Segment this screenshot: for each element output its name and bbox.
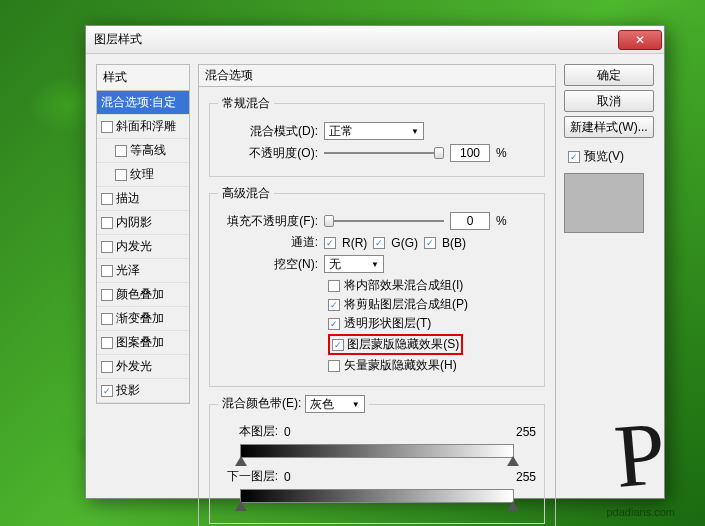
close-icon: ✕: [635, 33, 645, 47]
style-item-label: 外发光: [116, 358, 152, 375]
style-item-label: 内阴影: [116, 214, 152, 231]
highlighted-option: ✓ 图层蒙版隐藏效果(S): [328, 334, 463, 355]
style-item-3[interactable]: 纹理: [97, 163, 189, 187]
style-checkbox[interactable]: [101, 121, 113, 133]
style-checkbox[interactable]: [115, 145, 127, 157]
style-item-label: 等高线: [130, 142, 166, 159]
style-item-label: 纹理: [130, 166, 154, 183]
channel-r-checkbox[interactable]: ✓: [324, 237, 336, 249]
blend-clipped-checkbox[interactable]: ✓: [328, 299, 340, 311]
style-item-label: 颜色叠加: [116, 286, 164, 303]
blend-mode-select[interactable]: 正常 ▼: [324, 122, 424, 140]
new-style-button[interactable]: 新建样式(W)...: [564, 116, 654, 138]
style-item-label: 投影: [116, 382, 140, 399]
channels-label: 通道:: [218, 234, 318, 251]
preview-label: 预览(V): [584, 148, 624, 165]
general-blend-group: 常规混合 混合模式(D): 正常 ▼ 不透明度(O):: [209, 95, 545, 177]
style-item-label: 内发光: [116, 238, 152, 255]
style-item-6[interactable]: 内发光: [97, 235, 189, 259]
fill-opacity-input[interactable]: [450, 212, 490, 230]
watermark-text: pdadians.com: [607, 506, 676, 518]
dialog-title: 图层样式: [94, 31, 618, 48]
styles-header: 样式: [96, 64, 190, 90]
style-item-5[interactable]: 内阴影: [97, 211, 189, 235]
opacity-slider[interactable]: [324, 152, 444, 154]
titlebar[interactable]: 图层样式 ✕: [86, 26, 664, 54]
preview-checkbox[interactable]: ✓: [568, 151, 580, 163]
channel-b-checkbox[interactable]: ✓: [424, 237, 436, 249]
underlying-layer-slider[interactable]: [240, 489, 514, 503]
style-item-label: 渐变叠加: [116, 310, 164, 327]
style-item-8[interactable]: 颜色叠加: [97, 283, 189, 307]
style-item-label: 图案叠加: [116, 334, 164, 351]
close-button[interactable]: ✕: [618, 30, 662, 50]
this-layer-label: 本图层:: [218, 423, 278, 440]
style-checkbox[interactable]: ✓: [101, 385, 113, 397]
blendif-legend: 混合颜色带(E): 灰色 ▼: [218, 395, 369, 413]
style-checkbox[interactable]: [101, 361, 113, 373]
layer-style-dialog: 图层样式 ✕ 样式 混合选项:自定斜面和浮雕等高线纹理描边内阴影内发光光泽颜色叠…: [85, 25, 665, 499]
style-item-7[interactable]: 光泽: [97, 259, 189, 283]
style-checkbox[interactable]: [115, 169, 127, 181]
fill-opacity-slider[interactable]: [324, 220, 444, 222]
style-item-12[interactable]: ✓投影: [97, 379, 189, 403]
layer-mask-hides-checkbox[interactable]: ✓: [332, 339, 344, 351]
style-item-4[interactable]: 描边: [97, 187, 189, 211]
style-item-2[interactable]: 等高线: [97, 139, 189, 163]
advanced-legend: 高级混合: [218, 185, 274, 202]
style-checkbox[interactable]: [101, 289, 113, 301]
knockout-select[interactable]: 无 ▼: [324, 255, 384, 273]
blend-interior-checkbox[interactable]: [328, 280, 340, 292]
channel-g-checkbox[interactable]: ✓: [373, 237, 385, 249]
advanced-blend-group: 高级混合 填充不透明度(F): % 通道: ✓R(R) ✓G(G) ✓B(B): [209, 185, 545, 387]
style-item-0[interactable]: 混合选项:自定: [97, 91, 189, 115]
blend-if-group: 混合颜色带(E): 灰色 ▼ 本图层: 0 255: [209, 395, 545, 524]
style-checkbox[interactable]: [101, 337, 113, 349]
styles-list: 混合选项:自定斜面和浮雕等高线纹理描边内阴影内发光光泽颜色叠加渐变叠加图案叠加外…: [96, 90, 190, 404]
cancel-button[interactable]: 取消: [564, 90, 654, 112]
style-item-1[interactable]: 斜面和浮雕: [97, 115, 189, 139]
vector-mask-hides-checkbox[interactable]: [328, 360, 340, 372]
style-checkbox[interactable]: [101, 313, 113, 325]
preview-swatch: [564, 173, 644, 233]
style-checkbox[interactable]: [101, 217, 113, 229]
style-checkbox[interactable]: [101, 193, 113, 205]
ok-button[interactable]: 确定: [564, 64, 654, 86]
style-checkbox[interactable]: [101, 265, 113, 277]
style-item-label: 描边: [116, 190, 140, 207]
opacity-label: 不透明度(O):: [218, 145, 318, 162]
blend-options-header: 混合选项: [198, 64, 556, 86]
opacity-input[interactable]: [450, 144, 490, 162]
chevron-down-icon: ▼: [352, 400, 360, 409]
style-item-9[interactable]: 渐变叠加: [97, 307, 189, 331]
style-item-label: 光泽: [116, 262, 140, 279]
blend-mode-label: 混合模式(D):: [218, 123, 318, 140]
style-checkbox[interactable]: [101, 241, 113, 253]
fill-opacity-label: 填充不透明度(F):: [218, 213, 318, 230]
chevron-down-icon: ▼: [371, 260, 379, 269]
blendif-channel-select[interactable]: 灰色 ▼: [305, 395, 365, 413]
chevron-down-icon: ▼: [411, 127, 419, 136]
underlying-layer-label: 下一图层:: [218, 468, 278, 485]
style-item-10[interactable]: 图案叠加: [97, 331, 189, 355]
general-legend: 常规混合: [218, 95, 274, 112]
style-item-label: 混合选项:自定: [101, 94, 176, 111]
style-item-label: 斜面和浮雕: [116, 118, 176, 135]
this-layer-slider[interactable]: [240, 444, 514, 458]
style-item-11[interactable]: 外发光: [97, 355, 189, 379]
knockout-label: 挖空(N):: [218, 256, 318, 273]
transparency-shapes-checkbox[interactable]: ✓: [328, 318, 340, 330]
watermark-brush: P: [611, 401, 670, 508]
